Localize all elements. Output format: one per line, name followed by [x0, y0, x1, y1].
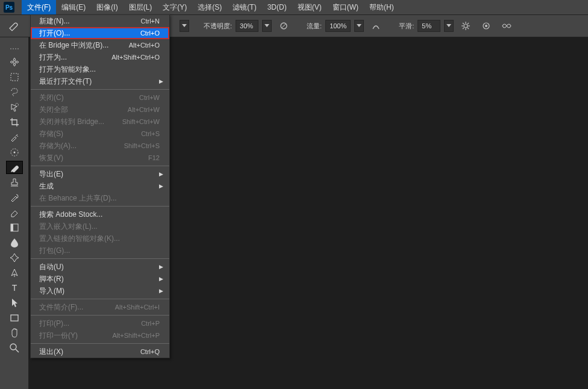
menu-item-shortcut: Ctrl+P [141, 320, 160, 327]
menu-item-shortcut: Ctrl+Q [140, 348, 160, 355]
smooth-field[interactable]: 5% [418, 20, 440, 32]
menu-item[interactable]: 生成▶ [31, 180, 169, 192]
menu-item-label: 打开(O)... [39, 28, 70, 39]
dodge-tool[interactable] [6, 251, 23, 264]
svg-line-8 [463, 28, 464, 29]
submenu-arrow-icon: ▶ [159, 276, 163, 282]
move-tool[interactable] [6, 55, 23, 69]
app-icon: Ps [4, 2, 14, 13]
menu-edit[interactable]: 编辑(E) [56, 0, 91, 14]
gradient-tool[interactable] [6, 221, 23, 234]
menu-item-label: 打印(P)... [39, 319, 69, 329]
pen-tool[interactable] [6, 266, 23, 279]
smooth-dropdown[interactable] [444, 20, 454, 32]
quick-select-tool[interactable] [6, 101, 23, 114]
menu-item-label: 存储为(A)... [39, 141, 77, 151]
mode-dropdown[interactable] [180, 20, 189, 32]
submenu-arrow-icon: ▶ [159, 288, 163, 294]
menu-item[interactable]: 新建(N)...Ctrl+N [31, 15, 169, 27]
menu-item-label: 关闭并转到 Bridge... [39, 117, 104, 127]
menu-item[interactable]: 导入(M)▶ [31, 285, 169, 297]
menu-item: 文件简介(F)...Alt+Shift+Ctrl+I [31, 301, 169, 313]
menu-separator [31, 89, 169, 90]
menu-item: 存储(S)Ctrl+S [31, 128, 169, 140]
marquee-tool[interactable] [6, 70, 23, 84]
heal-tool[interactable] [6, 146, 23, 159]
hand-tool[interactable] [6, 326, 23, 340]
menu-item-shortcut: Alt+Shift+Ctrl+O [111, 54, 160, 61]
menu-item[interactable]: 打开(O)...Ctrl+O [31, 27, 169, 39]
menu-view[interactable]: 视图(V) [292, 0, 327, 14]
tool-preset-icon[interactable] [5, 17, 22, 34]
toolbox-grip[interactable] [10, 48, 19, 49]
pressure-size-icon[interactable] [478, 17, 495, 34]
menu-item[interactable]: 在 Bridge 中浏览(B)...Alt+Ctrl+O [31, 39, 169, 51]
svg-line-6 [463, 23, 464, 24]
stamp-tool[interactable] [6, 176, 23, 189]
eyedropper-tool[interactable] [6, 131, 23, 144]
blur-tool[interactable] [6, 236, 23, 249]
menu-3d[interactable]: 3D(D) [262, 0, 292, 14]
opacity-dropdown[interactable] [262, 20, 272, 32]
menu-file[interactable]: 文件(F) [22, 0, 56, 14]
toolbox: T [0, 37, 29, 389]
menu-item-label: 自动(U) [39, 262, 64, 272]
zoom-tool[interactable] [6, 341, 23, 355]
menu-item-shortcut: F12 [148, 154, 160, 161]
menu-separator [31, 299, 169, 299]
flow-field[interactable]: 100% [325, 20, 351, 32]
menu-item[interactable]: 搜索 Adobe Stock... [31, 208, 169, 220]
pressure-opacity-icon[interactable] [275, 17, 292, 34]
menu-item-shortcut: Alt+Ctrl+O [129, 42, 160, 49]
type-tool[interactable]: T [6, 281, 23, 294]
menu-item-label: 打开为... [39, 52, 67, 63]
menu-item[interactable]: 退出(X)Ctrl+Q [31, 346, 169, 358]
menu-item-label: 搜索 Adobe Stock... [39, 210, 102, 220]
menu-filter[interactable]: 滤镜(T) [227, 0, 261, 14]
crop-tool[interactable] [6, 116, 23, 129]
flow-dropdown[interactable] [354, 20, 364, 32]
gear-icon[interactable] [457, 17, 474, 34]
submenu-arrow-icon: ▶ [159, 171, 163, 177]
svg-rect-12 [11, 73, 18, 81]
menu-item: 打包(G)... [31, 244, 169, 257]
menu-item[interactable]: 打开为...Alt+Shift+Ctrl+O [31, 51, 169, 63]
menu-item[interactable]: 打开为智能对象... [31, 63, 169, 75]
menu-item: 关闭(C)Ctrl+W [31, 92, 169, 104]
brush-tool[interactable] [6, 161, 23, 174]
menu-item-shortcut: Ctrl+W [139, 94, 160, 101]
lasso-tool[interactable] [6, 86, 23, 99]
menu-item-label: 关闭全部 [39, 105, 68, 115]
menu-window[interactable]: 窗口(W) [327, 0, 364, 14]
rectangle-tool[interactable] [6, 311, 23, 325]
menu-layer[interactable]: 图层(L) [124, 0, 158, 14]
menu-image[interactable]: 图像(I) [91, 0, 123, 14]
menu-item[interactable]: 导出(E)▶ [31, 168, 169, 180]
menu-item-label: 存储(S) [39, 129, 63, 139]
menu-select[interactable]: 选择(S) [192, 0, 227, 14]
menu-item-label: 最近打开文件(T) [39, 76, 92, 87]
menu-item[interactable]: 脚本(R)▶ [31, 273, 169, 285]
svg-point-11 [485, 25, 487, 27]
menu-item: 恢复(V)F12 [31, 152, 169, 164]
svg-point-1 [464, 24, 468, 28]
airbrush-icon[interactable] [367, 17, 384, 34]
menu-item: 在 Behance 上共享(D)... [31, 192, 169, 204]
menu-item[interactable]: 自动(U)▶ [31, 261, 169, 273]
path-select-tool[interactable] [6, 296, 23, 310]
symmetry-icon[interactable] [498, 17, 515, 34]
opacity-field[interactable]: 30% [236, 20, 258, 32]
menu-help[interactable]: 帮助(H) [364, 0, 399, 14]
menu-item-label: 关闭(C) [39, 93, 64, 103]
menu-item-shortcut: Ctrl+N [141, 17, 160, 25]
menu-separator [31, 258, 169, 259]
menu-item[interactable]: 最近打开文件(T)▶ [31, 75, 169, 87]
eraser-tool[interactable] [6, 206, 23, 219]
menu-item-shortcut: Alt+Ctrl+W [128, 106, 160, 113]
history-brush-tool[interactable] [6, 191, 23, 204]
menu-item-label: 打开为智能对象... [39, 64, 96, 75]
menu-item-shortcut: Alt+Shift+Ctrl+I [115, 303, 160, 311]
menu-type[interactable]: 文字(Y) [157, 0, 192, 14]
svg-line-9 [468, 23, 469, 24]
file-menu-dropdown: 新建(N)...Ctrl+N打开(O)...Ctrl+O在 Bridge 中浏览… [30, 14, 170, 358]
